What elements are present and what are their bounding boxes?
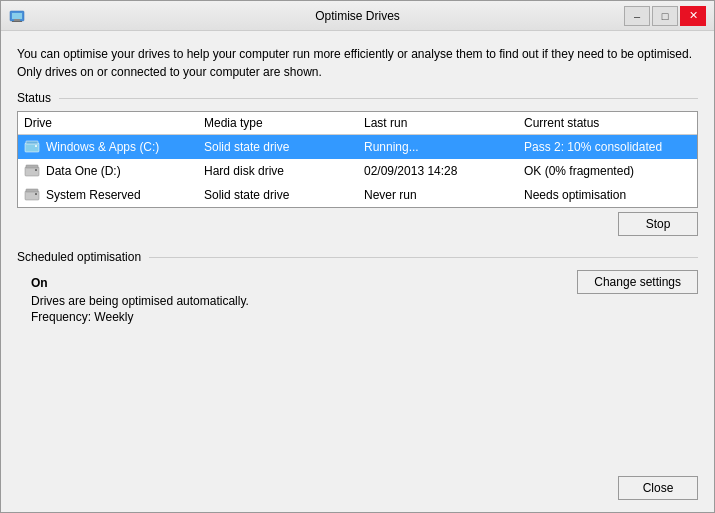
scheduled-section-header: Scheduled optimisation — [17, 250, 698, 264]
scheduled-label: Scheduled optimisation — [17, 250, 141, 264]
media-type-2: Hard disk drive — [204, 164, 364, 178]
status-divider — [59, 98, 698, 99]
svg-rect-2 — [14, 19, 20, 21]
status-2: OK (0% fragmented) — [524, 164, 691, 178]
table-header-row: Drive Media type Last run Current status — [18, 112, 697, 135]
svg-rect-1 — [12, 13, 22, 19]
minimize-button[interactable]: – — [624, 6, 650, 26]
svg-rect-9 — [35, 169, 37, 171]
table-row[interactable]: Data One (D:) Hard disk drive 02/09/2013… — [18, 159, 697, 183]
last-run-1: Running... — [364, 140, 524, 154]
last-run-3: Never run — [364, 188, 524, 202]
svg-rect-3 — [12, 21, 22, 22]
media-type-1: Solid state drive — [204, 140, 364, 154]
table-row[interactable]: System Reserved Solid state drive Never … — [18, 183, 697, 207]
scheduled-info: On Drives are being optimised automatica… — [17, 270, 263, 330]
drive-name-1: Windows & Apps (C:) — [46, 140, 159, 154]
drive-cell-1: Windows & Apps (C:) — [24, 139, 204, 155]
drive-cell-3: System Reserved — [24, 187, 204, 203]
header-drive: Drive — [24, 116, 204, 130]
drive-icon-3 — [24, 187, 40, 203]
svg-rect-12 — [35, 193, 37, 195]
scheduled-section: Scheduled optimisation On Drives are bei… — [17, 250, 698, 330]
status-section-header: Status — [17, 91, 698, 105]
status-1: Pass 2: 10% consolidated — [524, 140, 691, 154]
drive-icon-1 — [24, 139, 40, 155]
svg-rect-5 — [26, 141, 38, 144]
change-settings-button[interactable]: Change settings — [577, 270, 698, 294]
svg-rect-6 — [35, 145, 37, 147]
restore-button[interactable]: □ — [652, 6, 678, 26]
header-current-status: Current status — [524, 116, 691, 130]
drives-table: Drive Media type Last run Current status — [17, 111, 698, 208]
stop-button-row: Stop — [17, 212, 698, 236]
window-title: Optimise Drives — [1, 9, 714, 23]
scheduled-divider — [149, 257, 698, 258]
stop-button[interactable]: Stop — [618, 212, 698, 236]
svg-rect-4 — [25, 143, 39, 152]
last-run-2: 02/09/2013 14:28 — [364, 164, 524, 178]
drive-name-3: System Reserved — [46, 188, 141, 202]
status-label: Status — [17, 91, 51, 105]
scheduled-frequency: Frequency: Weekly — [31, 310, 249, 324]
close-window-button[interactable]: ✕ — [680, 6, 706, 26]
scheduled-status: On — [31, 276, 249, 290]
window-controls: – □ ✕ — [624, 6, 706, 26]
drive-icon-2 — [24, 163, 40, 179]
header-media-type: Media type — [204, 116, 364, 130]
main-content: You can optimise your drives to help you… — [1, 31, 714, 468]
svg-rect-8 — [26, 165, 38, 168]
media-type-3: Solid state drive — [204, 188, 364, 202]
scheduled-description: Drives are being optimised automatically… — [31, 294, 249, 308]
description-text: You can optimise your drives to help you… — [17, 45, 698, 81]
footer: Close — [1, 468, 714, 512]
svg-rect-10 — [25, 191, 39, 200]
drive-cell-2: Data One (D:) — [24, 163, 204, 179]
drive-name-2: Data One (D:) — [46, 164, 121, 178]
status-3: Needs optimisation — [524, 188, 691, 202]
svg-rect-7 — [25, 167, 39, 176]
svg-rect-11 — [26, 189, 38, 192]
scheduled-header-row: On Drives are being optimised automatica… — [17, 270, 698, 330]
header-last-run: Last run — [364, 116, 524, 130]
table-row[interactable]: Windows & Apps (C:) Solid state drive Ru… — [18, 135, 697, 159]
close-button[interactable]: Close — [618, 476, 698, 500]
status-section: Status Drive Media type Last run Current… — [17, 91, 698, 236]
optimise-drives-window: Optimise Drives – □ ✕ You can optimise y… — [0, 0, 715, 513]
window-icon — [9, 8, 25, 24]
title-bar: Optimise Drives – □ ✕ — [1, 1, 714, 31]
